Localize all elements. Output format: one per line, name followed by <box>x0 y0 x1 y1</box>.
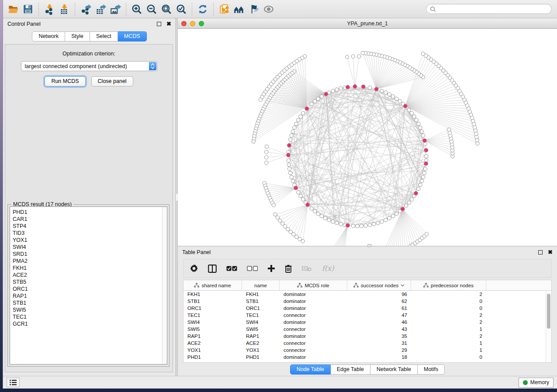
zoom-out-button[interactable] <box>144 2 159 16</box>
cell-shared-name[interactable]: ACE2 <box>183 340 242 347</box>
cell-predecessor-nodes[interactable]: 1 <box>411 340 486 347</box>
horizontal-splitter-grip[interactable] <box>367 244 372 247</box>
export-network-button[interactable] <box>78 2 93 16</box>
select-all-button[interactable] <box>226 262 237 275</box>
mcds-result-item[interactable]: SRD1 <box>13 251 167 258</box>
import-table-button[interactable] <box>57 2 72 16</box>
mcds-result-item[interactable]: ACE2 <box>13 272 167 279</box>
cell-name[interactable]: TEC1 <box>242 312 280 319</box>
table-row[interactable]: SWI5SWI5connector431 <box>183 326 551 333</box>
mcds-result-item[interactable]: ORC1 <box>13 285 167 292</box>
cell-predecessor-nodes[interactable]: 1 <box>411 326 486 333</box>
mcds-result-item[interactable]: FKH1 <box>13 265 167 272</box>
export-image-button[interactable] <box>108 2 123 16</box>
settings-button[interactable] <box>190 262 198 275</box>
table-row[interactable]: ORC1ORC1dominator610 <box>183 305 551 312</box>
mcds-result-item[interactable]: STB1 <box>13 299 167 306</box>
column-header-successor-nodes[interactable]: successor nodes <box>347 280 411 290</box>
cell-predecessor-nodes[interactable]: 2 <box>411 333 486 340</box>
cell-mcds-role[interactable]: dominator <box>280 333 347 340</box>
horizontal-splitter[interactable] <box>178 246 557 247</box>
search-box[interactable] <box>426 4 552 14</box>
tab-mcds[interactable]: MCDS <box>118 31 147 41</box>
close-panel-button[interactable]: Close panel <box>91 76 133 86</box>
network-graph[interactable] <box>178 29 557 246</box>
mcds-result-item[interactable]: STB5 <box>13 279 167 285</box>
cell-mcds-role[interactable]: connector <box>280 340 347 347</box>
cell-successor-nodes[interactable]: 47 <box>347 312 411 319</box>
mcds-result-item[interactable]: STP4 <box>13 223 167 230</box>
duplicate-network-button[interactable] <box>217 2 232 16</box>
mcds-result-item[interactable]: PHD1 <box>13 209 167 216</box>
table-row[interactable]: TEC1TEC1connector472 <box>183 312 551 319</box>
show-hide-button[interactable] <box>261 2 276 16</box>
tab-edge-table[interactable]: Edge Table <box>331 364 370 375</box>
cell-mcds-role[interactable]: connector <box>280 312 347 319</box>
add-button[interactable] <box>267 262 275 275</box>
column-header-mcds-role[interactable]: MCDS role <box>280 280 347 290</box>
cell-mcds-role[interactable]: connector <box>280 326 347 333</box>
table-scrollbar-thumb[interactable] <box>547 294 550 329</box>
cell-predecessor-nodes[interactable]: 2 <box>411 312 486 319</box>
result-list-scrollbar[interactable] <box>162 207 167 364</box>
cell-name[interactable]: SWI4 <box>242 319 280 326</box>
table-scrollbar[interactable] <box>546 291 551 362</box>
tab-motifs[interactable]: Motifs <box>418 364 445 375</box>
tab-node-table[interactable]: Node Table <box>290 364 331 375</box>
run-mcds-button[interactable]: Run MCDS <box>45 76 85 86</box>
zoom-selected-button[interactable] <box>174 2 189 16</box>
cell-shared-name[interactable]: PHD1 <box>183 354 242 361</box>
vizmap-button[interactable] <box>246 2 261 16</box>
cell-shared-name[interactable]: RAP1 <box>183 333 242 340</box>
cell-name[interactable]: YOX1 <box>242 347 280 354</box>
cell-mcds-role[interactable]: connector <box>280 347 347 354</box>
cell-successor-nodes[interactable]: 31 <box>347 340 411 347</box>
table-row[interactable]: PHD1PHD1dominator180 <box>183 354 551 361</box>
float-panel-icon[interactable] <box>157 22 161 26</box>
cell-shared-name[interactable]: YOX1 <box>183 347 242 354</box>
cell-successor-nodes[interactable]: 35 <box>347 333 411 340</box>
cell-name[interactable]: STB1 <box>242 298 280 305</box>
zoom-fit-button[interactable] <box>159 2 174 16</box>
table-row[interactable]: STB1STB1dominator620 <box>183 298 551 305</box>
cell-successor-nodes[interactable]: 96 <box>347 291 411 298</box>
find-button[interactable] <box>232 2 246 16</box>
mcds-result-item[interactable]: YOX1 <box>13 237 167 244</box>
mcds-result-list[interactable]: PHD1CAR1STP4TID3YOX1SWI4SRD1PMA2FKH1ACE2… <box>10 206 167 364</box>
mcds-result-item[interactable]: SWI4 <box>13 244 167 251</box>
cell-name[interactable]: ORC1 <box>242 305 280 312</box>
cell-shared-name[interactable]: STB1 <box>183 298 242 305</box>
mcds-result-item[interactable]: CAR1 <box>13 216 167 223</box>
tab-network-table[interactable]: Network Table <box>370 364 418 375</box>
cell-name[interactable]: SWI5 <box>242 326 280 333</box>
table-row[interactable]: FKH1FKH1dominator962 <box>183 291 551 298</box>
save-session-button[interactable] <box>21 2 35 16</box>
cell-shared-name[interactable]: SWI5 <box>183 326 242 333</box>
cell-mcds-role[interactable]: dominator <box>280 354 347 361</box>
refresh-button[interactable] <box>195 2 210 16</box>
cell-predecessor-nodes[interactable]: 1 <box>411 347 486 354</box>
cell-shared-name[interactable]: FKH1 <box>183 291 242 298</box>
cell-shared-name[interactable]: ORC1 <box>183 305 242 312</box>
delete-button[interactable] <box>285 262 292 275</box>
tab-select[interactable]: Select <box>90 31 118 41</box>
table-close-panel-icon[interactable]: ✖ <box>548 250 553 254</box>
network-canvas[interactable] <box>178 29 557 246</box>
tab-network[interactable]: Network <box>32 31 65 41</box>
network-window-titlebar[interactable]: YPA_prune.txt_1 <box>178 18 557 29</box>
cell-successor-nodes[interactable]: 29 <box>347 347 411 354</box>
export-table-button[interactable] <box>93 2 108 16</box>
table-row[interactable]: SWI4SWI4dominator462 <box>183 319 551 326</box>
cell-mcds-role[interactable]: dominator <box>280 291 347 298</box>
table-row[interactable]: ACE2ACE2connector311 <box>183 340 551 347</box>
search-input[interactable] <box>436 6 548 13</box>
cell-successor-nodes[interactable]: 18 <box>347 354 411 361</box>
cell-successor-nodes[interactable]: 46 <box>347 319 411 326</box>
deselect-all-button[interactable] <box>247 262 258 275</box>
cell-shared-name[interactable]: SWI4 <box>183 319 242 326</box>
mcds-result-item[interactable]: GCR1 <box>13 320 167 327</box>
cell-predecessor-nodes[interactable]: 0 <box>411 354 486 361</box>
cell-predecessor-nodes[interactable]: 0 <box>411 305 486 312</box>
table-row[interactable]: RAP1RAP1dominator352 <box>183 333 551 340</box>
cell-name[interactable]: PHD1 <box>242 354 280 361</box>
